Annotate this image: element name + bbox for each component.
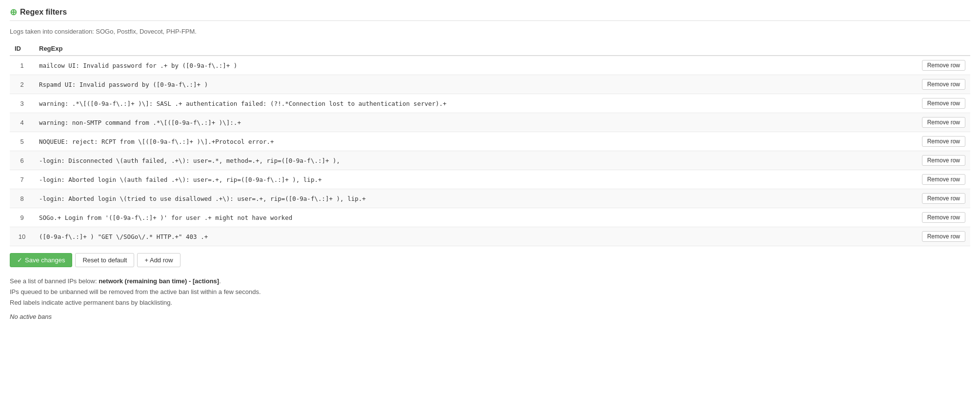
row-id: 3 (10, 94, 34, 113)
row-regexp: NOQUEUE: reject: RCPT from \[([0-9a-f\.:… (34, 132, 907, 151)
table-row: 9SOGo.+ Login from '([0-9a-f\.:]+ )' for… (10, 208, 970, 227)
remove-row-button[interactable]: Remove row (922, 231, 965, 242)
row-id: 4 (10, 113, 34, 132)
section-title: ⊕ Regex filters (10, 8, 970, 17)
table-row: 4warning: non-SMTP command from .*\[([0-… (10, 113, 970, 132)
remove-row-button[interactable]: Remove row (922, 174, 965, 185)
save-button[interactable]: ✓ Save changes (10, 253, 72, 267)
table-row: 10([0-9a-f\.:]+ ) "GET \/SOGo\/.* HTTP.+… (10, 227, 970, 246)
remove-row-button[interactable]: Remove row (922, 212, 965, 223)
remove-row-button[interactable]: Remove row (922, 117, 965, 128)
reset-button[interactable]: Reset to default (75, 253, 134, 267)
subtitle: Logs taken into consideration: SOGo, Pos… (10, 28, 970, 35)
table-row: 6-login: Disconnected \(auth failed, .+\… (10, 151, 970, 170)
row-regexp: mailcow UI: Invalid password for .+ by (… (34, 56, 907, 75)
info-line3: Red labels indicate active permanent ban… (10, 297, 970, 308)
table-row: 8-login: Aborted login \(tried to use di… (10, 189, 970, 208)
row-id: 7 (10, 170, 34, 189)
row-regexp: SOGo.+ Login from '([0-9a-f\.:]+ )' for … (34, 208, 907, 227)
remove-row-button[interactable]: Remove row (922, 193, 965, 204)
row-id: 10 (10, 227, 34, 246)
row-action-cell: Remove row (907, 189, 970, 208)
col-header-id: ID (10, 42, 34, 56)
info-line1: See a list of banned IPs below: network … (10, 276, 970, 287)
info-line2: IPs queued to be unbanned will be remove… (10, 287, 970, 297)
table-row: 7-login: Aborted login \(auth failed .+\… (10, 170, 970, 189)
remove-row-button[interactable]: Remove row (922, 79, 965, 90)
row-action-cell: Remove row (907, 94, 970, 113)
table-row: 1mailcow UI: Invalid password for .+ by … (10, 56, 970, 75)
title-text: Regex filters (20, 8, 67, 17)
divider (10, 20, 970, 21)
info-section: See a list of banned IPs below: network … (10, 276, 970, 308)
row-id: 1 (10, 56, 34, 75)
row-id: 9 (10, 208, 34, 227)
regex-table: ID RegExp 1mailcow UI: Invalid password … (10, 42, 970, 246)
col-header-regexp: RegExp (34, 42, 907, 56)
row-id: 5 (10, 132, 34, 151)
row-action-cell: Remove row (907, 151, 970, 170)
row-action-cell: Remove row (907, 170, 970, 189)
table-row: 5NOQUEUE: reject: RCPT from \[([0-9a-f\.… (10, 132, 970, 151)
info-bold: network (remaining ban time) - [actions] (99, 277, 219, 285)
row-regexp: -login: Aborted login \(tried to use dis… (34, 189, 907, 208)
row-regexp: ([0-9a-f\.:]+ ) "GET \/SOGo\/.* HTTP.+" … (34, 227, 907, 246)
row-regexp: warning: .*\[([0-9a-f\.:]+ )\]: SASL .+ … (34, 94, 907, 113)
row-id: 8 (10, 189, 34, 208)
col-header-action (907, 42, 970, 56)
check-icon: ✓ (17, 256, 22, 264)
row-id: 6 (10, 151, 34, 170)
row-regexp: -login: Disconnected \(auth failed, .+\)… (34, 151, 907, 170)
plus-icon: ⊕ (10, 8, 17, 17)
row-action-cell: Remove row (907, 227, 970, 246)
row-action-cell: Remove row (907, 113, 970, 132)
row-action-cell: Remove row (907, 56, 970, 75)
row-action-cell: Remove row (907, 132, 970, 151)
row-action-cell: Remove row (907, 75, 970, 94)
remove-row-button[interactable]: Remove row (922, 136, 965, 147)
row-action-cell: Remove row (907, 208, 970, 227)
remove-row-button[interactable]: Remove row (922, 60, 965, 71)
save-label: Save changes (25, 256, 65, 264)
add-row-button[interactable]: + Add row (137, 253, 180, 267)
table-row: 3warning: .*\[([0-9a-f\.:]+ )\]: SASL .+… (10, 94, 970, 113)
remove-row-button[interactable]: Remove row (922, 155, 965, 166)
row-regexp: warning: non-SMTP command from .*\[([0-9… (34, 113, 907, 132)
row-regexp: Rspamd UI: Invalid password by ([0-9a-f\… (34, 75, 907, 94)
no-active-bans: No active bans (10, 313, 970, 320)
remove-row-button[interactable]: Remove row (922, 98, 965, 109)
row-id: 2 (10, 75, 34, 94)
actions-row: ✓ Save changes Reset to default + Add ro… (10, 253, 970, 267)
row-regexp: -login: Aborted login \(auth failed .+\)… (34, 170, 907, 189)
table-row: 2Rspamd UI: Invalid password by ([0-9a-f… (10, 75, 970, 94)
